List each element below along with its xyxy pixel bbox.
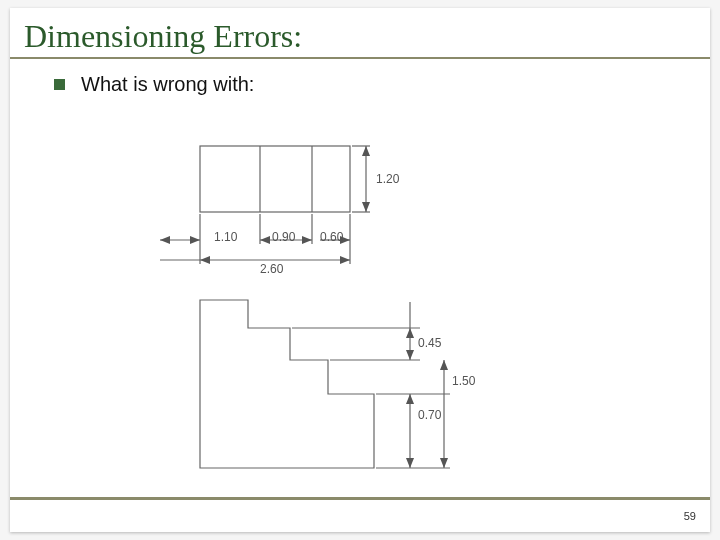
svg-marker-22	[340, 256, 350, 264]
dim-step-total: 1.50	[452, 374, 475, 388]
dim-step2: 0.70	[418, 408, 441, 422]
bullet-text: What is wrong with:	[81, 73, 254, 96]
svg-rect-0	[200, 146, 350, 212]
dim-step1: 0.45	[418, 336, 441, 350]
svg-marker-14	[160, 236, 170, 244]
slide: Dimensioning Errors: What is wrong with:	[10, 8, 710, 532]
dim-top-height: 1.20	[376, 172, 399, 186]
drawing-svg	[160, 142, 540, 502]
svg-marker-31	[406, 394, 414, 404]
svg-marker-6	[362, 146, 370, 156]
slide-title: Dimensioning Errors:	[10, 8, 710, 57]
content-area: What is wrong with:	[10, 59, 710, 96]
svg-marker-28	[406, 328, 414, 338]
svg-marker-7	[362, 202, 370, 212]
svg-marker-13	[190, 236, 200, 244]
bullet-icon	[54, 79, 65, 90]
footer-rule	[10, 497, 710, 500]
dim-seg2: 0.90	[272, 230, 295, 244]
svg-marker-32	[406, 458, 414, 468]
svg-marker-35	[440, 458, 448, 468]
dim-seg3: 0.60	[320, 230, 343, 244]
dim-total-width: 2.60	[260, 262, 283, 276]
svg-marker-21	[200, 256, 210, 264]
svg-marker-17	[302, 236, 312, 244]
svg-marker-34	[440, 360, 448, 370]
bullet-row: What is wrong with:	[54, 73, 710, 96]
svg-marker-29	[406, 350, 414, 360]
dim-seg1: 1.10	[214, 230, 237, 244]
page-number: 59	[684, 510, 696, 522]
technical-drawing: 1.20 1.10 0.90 0.60 2.60 0.45 1.50 0.70	[160, 142, 540, 502]
svg-marker-16	[260, 236, 270, 244]
